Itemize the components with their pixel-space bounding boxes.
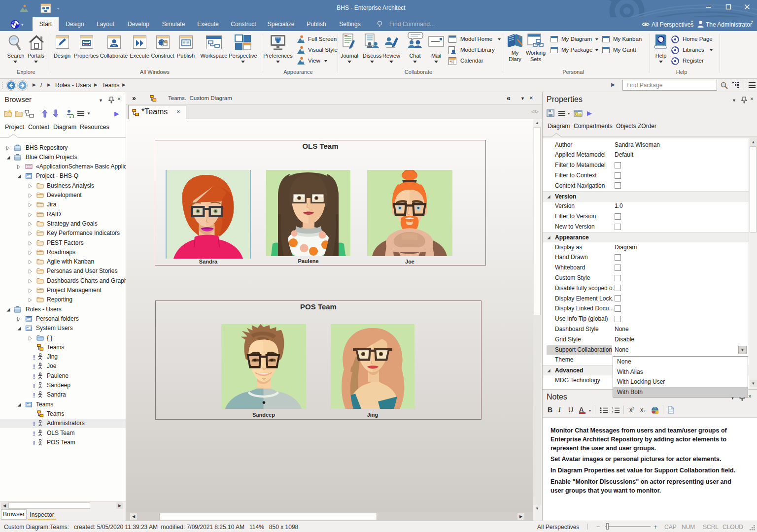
svg-text:2: 2 <box>612 411 613 414</box>
svg-text:1: 1 <box>612 407 613 410</box>
